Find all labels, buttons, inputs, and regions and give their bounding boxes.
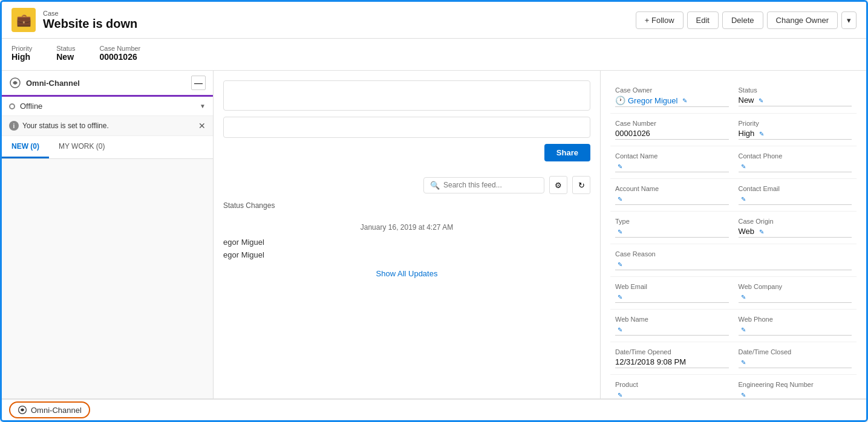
- post-input-area[interactable]: [223, 80, 590, 111]
- case-number-meta: Case Number 00001026: [99, 45, 140, 62]
- web-phone-cell: Web Phone ✎: [734, 310, 857, 342]
- omni-minimize-button[interactable]: —: [191, 76, 206, 90]
- web-name-label: Web Name: [615, 316, 729, 323]
- edit-pencil-icon: ✎: [741, 163, 746, 170]
- account-name-value[interactable]: ✎: [615, 194, 729, 205]
- priority-cell: Priority High ✎: [734, 114, 857, 146]
- info-icon: i: [9, 121, 19, 131]
- show-all-updates-link[interactable]: Show All Updates: [223, 269, 590, 278]
- case-reason-cell: Case Reason ✎: [610, 244, 857, 277]
- offline-dropdown[interactable]: Offline ▼: [2, 97, 213, 116]
- omni-content-area: [2, 159, 213, 398]
- product-label: Product: [615, 381, 729, 388]
- contact-phone-value[interactable]: ✎: [739, 161, 852, 172]
- product-cell: Product ✎: [610, 375, 734, 398]
- edit-pencil-icon: ✎: [682, 97, 687, 104]
- offline-left: Offline: [9, 102, 42, 111]
- share-button[interactable]: Share: [544, 144, 590, 161]
- case-icon: 💼: [11, 8, 36, 32]
- header-title-block: Case Website is down: [43, 10, 137, 31]
- contact-phone-label: Contact Phone: [739, 152, 852, 160]
- status-detail-label: Status: [739, 86, 852, 94]
- engineering-req-value[interactable]: ✎: [739, 390, 852, 398]
- secondary-input-area[interactable]: [223, 117, 590, 138]
- edit-pencil-icon: ✎: [741, 294, 746, 300]
- feed-entry-1: egor Miguel: [223, 238, 590, 247]
- briefcase-icon: 💼: [16, 13, 31, 27]
- priority-meta: Priority High: [11, 45, 32, 62]
- offline-label: Offline: [20, 102, 42, 111]
- status-detail-value[interactable]: New ✎: [739, 96, 852, 106]
- status-value: New: [56, 52, 75, 62]
- edit-pencil-icon: ✎: [741, 392, 746, 398]
- date-time-opened-value: 12/31/2018 9:08 PM: [615, 357, 729, 368]
- date-time-closed-value[interactable]: ✎: [739, 357, 852, 368]
- refresh-icon-button[interactable]: ↻: [572, 176, 590, 194]
- chevron-down-icon: ▼: [200, 103, 206, 109]
- web-name-value[interactable]: ✎: [615, 325, 729, 336]
- edit-pencil-icon: ✎: [759, 131, 764, 137]
- header-left: 💼 Case Website is down: [11, 8, 137, 32]
- edit-pencil-icon: ✎: [759, 97, 763, 104]
- omni-header-left: Omni-Channel: [9, 77, 80, 89]
- feed-entry-2: egor Miguel: [223, 250, 590, 259]
- clock-icon: 🕐: [615, 96, 625, 105]
- edit-pencil-icon: ✎: [741, 196, 746, 203]
- case-origin-cell: Case Origin Web ✎: [734, 212, 857, 244]
- close-icon[interactable]: ✕: [198, 121, 206, 131]
- page-title: Website is down: [43, 17, 137, 31]
- chevron-down-icon: ▾: [847, 16, 851, 25]
- priority-label: Priority: [11, 45, 32, 52]
- header-dropdown-button[interactable]: ▾: [841, 11, 857, 29]
- contact-name-cell: Contact Name ✎: [610, 146, 734, 179]
- status-label: Status: [56, 45, 75, 52]
- omni-channel-panel: Omni-Channel — Offline ▼ i Your status i…: [2, 71, 214, 398]
- edit-button[interactable]: Edit: [687, 11, 719, 29]
- web-company-value[interactable]: ✎: [739, 292, 852, 303]
- product-value[interactable]: ✎: [615, 390, 729, 398]
- bottom-bar: Omni-Channel: [2, 398, 866, 420]
- engineering-req-label: Engineering Req Number: [739, 381, 852, 388]
- page-header: 💼 Case Website is down + Follow Edit Del…: [2, 2, 866, 39]
- details-grid: Case Owner 🕐 Gregor Miguel ✎ Status New …: [610, 80, 857, 398]
- status-meta: Status New: [56, 45, 75, 62]
- case-owner-label: Case Owner: [615, 86, 729, 94]
- case-number-label: Case Number: [99, 45, 140, 52]
- feed-timestamp: January 16, 2019 at 4:27 AM: [223, 223, 590, 232]
- omni-header: Omni-Channel —: [2, 71, 213, 97]
- tab-my-work[interactable]: MY WORK (0): [49, 136, 114, 158]
- case-owner-value[interactable]: 🕐 Gregor Miguel ✎: [615, 96, 729, 107]
- case-number-cell: Case Number 00001026: [610, 114, 734, 146]
- edit-pencil-icon: ✎: [741, 326, 746, 333]
- contact-name-value[interactable]: ✎: [615, 161, 729, 172]
- contact-email-value[interactable]: ✎: [739, 194, 852, 205]
- tab-new[interactable]: NEW (0): [2, 136, 49, 158]
- case-owner-link[interactable]: Gregor Miguel: [628, 96, 677, 105]
- case-reason-value[interactable]: ✎: [615, 259, 852, 270]
- priority-detail-value[interactable]: High ✎: [739, 129, 852, 140]
- bottom-omni-channel-button[interactable]: Omni-Channel: [9, 401, 90, 418]
- section-label-text: Status Changes: [223, 201, 275, 210]
- breadcrumb: Case: [43, 10, 137, 17]
- web-email-value[interactable]: ✎: [615, 292, 729, 303]
- search-feed-input[interactable]: [443, 181, 538, 189]
- filter-icon-button[interactable]: ⚙: [549, 176, 567, 194]
- center-panel: Share 🔍 ⚙ ↻ Status Changes January 16, 2…: [214, 71, 600, 398]
- case-number-value: 00001026: [99, 52, 140, 62]
- omni-channel-bottom-icon: [18, 405, 27, 415]
- edit-pencil-icon: ✎: [759, 229, 764, 235]
- delete-button[interactable]: Delete: [722, 11, 763, 29]
- omni-tabs: NEW (0) MY WORK (0): [2, 136, 213, 159]
- web-phone-value[interactable]: ✎: [739, 325, 852, 336]
- priority-detail-label: Priority: [739, 120, 852, 127]
- case-origin-value[interactable]: Web ✎: [739, 227, 852, 238]
- status-text: New: [739, 96, 754, 105]
- case-number-detail-value: 00001026: [615, 129, 729, 140]
- change-owner-button[interactable]: Change Owner: [767, 11, 838, 29]
- omni-title: Omni-Channel: [26, 79, 80, 88]
- case-origin-text: Web: [739, 227, 755, 236]
- omni-channel-icon: [9, 77, 21, 89]
- type-value[interactable]: ✎: [615, 227, 729, 238]
- follow-button[interactable]: + Follow: [636, 11, 684, 29]
- edit-pencil-icon: ✎: [618, 261, 622, 268]
